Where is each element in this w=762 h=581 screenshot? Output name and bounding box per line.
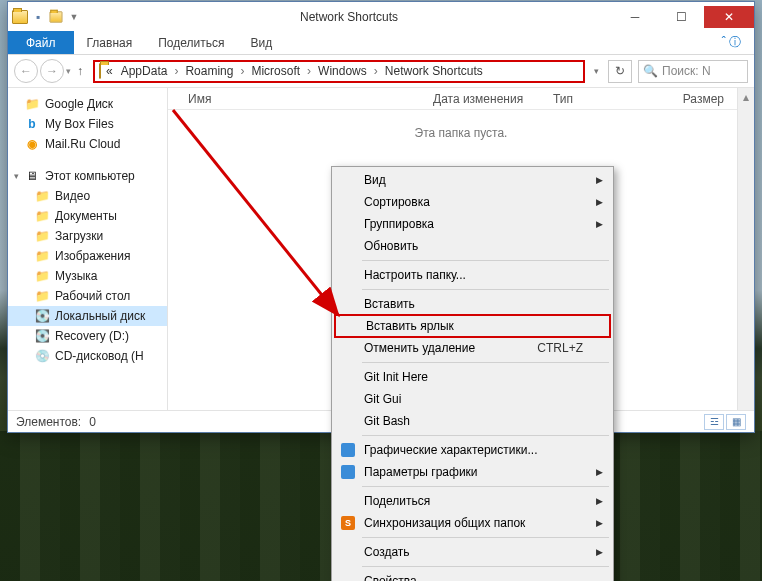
column-headers[interactable]: Имя Дата изменения Тип Размер [168,88,754,110]
tree-item[interactable]: 📁Рабочий стол [8,286,167,306]
ribbon-tab-home[interactable]: Главная [74,31,146,54]
scroll-up-icon[interactable]: ▴ [738,88,754,105]
context-menu-item[interactable]: Git Init Here [334,366,611,388]
context-menu-label: Группировка [364,217,434,231]
properties-icon[interactable]: ▪ [30,9,46,25]
window-title: Network Shortcuts [86,10,612,24]
context-menu-item[interactable]: Обновить [334,235,611,257]
tree-item[interactable]: 💿CD-дисковод (H [8,346,167,366]
column-date[interactable]: Дата изменения [433,92,553,106]
tree-item[interactable]: ◉Mail.Ru Cloud [8,134,167,154]
tree-item-icon: 📁 [34,228,50,244]
context-menu-label: Git Init Here [364,370,428,384]
tree-item[interactable]: bMy Box Files [8,114,167,134]
context-menu-separator [362,537,609,538]
search-input[interactable]: 🔍 Поиск: N [638,60,748,83]
navigation-tree[interactable]: 📁Google ДискbMy Box Files◉Mail.Ru Cloud … [8,88,168,410]
context-menu-item[interactable]: Поделиться [334,490,611,512]
refresh-button[interactable]: ↻ [608,60,632,83]
context-menu-label: Отменить удаление [364,341,475,355]
context-menu-label: Git Bash [364,414,410,428]
ribbon-tab-view[interactable]: Вид [237,31,285,54]
tree-label: Видео [55,189,90,203]
title-bar[interactable]: ▪ ▼ Network Shortcuts ─ ☐ ✕ [8,2,754,31]
breadcrumb[interactable]: Roaming [182,64,236,78]
chevron-right-icon[interactable]: › [305,64,313,78]
chevron-down-icon[interactable]: ▾ [14,171,19,181]
context-menu-item[interactable]: Сортировка [334,191,611,213]
address-dropdown-icon[interactable]: ▾ [591,66,602,76]
address-bar[interactable]: « AppData› Roaming› Microsoft› Windows› … [93,60,585,83]
tree-label: Google Диск [45,97,113,111]
context-menu-separator [362,289,609,290]
context-menu-item[interactable]: Вставить [334,293,611,315]
nav-history-dropdown[interactable]: ▾ [66,66,71,76]
context-menu-item[interactable]: Настроить папку... [334,264,611,286]
breadcrumb[interactable]: Windows [315,64,370,78]
context-menu-item[interactable]: Графические характеристики... [334,439,611,461]
tree-label: Локальный диск [55,309,145,323]
context-menu-item[interactable]: Git Gui [334,388,611,410]
column-type[interactable]: Тип [553,92,653,106]
context-menu-label: Вставить ярлык [366,319,454,333]
context-menu-item[interactable]: Отменить удалениеCTRL+Z [334,337,611,359]
chevron-right-icon[interactable]: › [372,64,380,78]
tree-item-icon: 📁 [24,96,40,112]
ribbon-help-icon[interactable]: ˆ ⓘ [709,31,754,54]
column-name[interactable]: Имя [188,92,433,106]
tree-item[interactable]: 📁Google Диск [8,94,167,114]
tree-item[interactable]: 💽Локальный диск [8,306,167,326]
context-menu-item[interactable]: Группировка [334,213,611,235]
context-menu-separator [362,566,609,567]
tree-item-icon: b [24,116,40,132]
close-button[interactable]: ✕ [704,6,754,28]
context-menu-item[interactable]: Свойства [334,570,611,581]
new-folder-icon[interactable] [48,9,64,25]
quick-access-toolbar: ▪ ▼ [8,9,86,25]
view-details-icon[interactable]: ☲ [704,414,724,430]
chevron-right-icon[interactable]: › [238,64,246,78]
nav-forward-button[interactable]: → [40,59,64,83]
context-menu-item[interactable]: Параметры графики [334,461,611,483]
nav-back-button[interactable]: ← [14,59,38,83]
tree-item[interactable]: 📁Видео [8,186,167,206]
context-menu-label: Сортировка [364,195,430,209]
context-menu-item[interactable]: SСинхронизация общих папок [334,512,611,534]
tree-label: Mail.Ru Cloud [45,137,120,151]
context-menu-item[interactable]: Создать [334,541,611,563]
ribbon-tab-file[interactable]: Файл [8,31,74,54]
view-large-icon[interactable]: ▦ [726,414,746,430]
breadcrumb[interactable]: AppData [118,64,171,78]
tree-item[interactable]: 📁Загрузки [8,226,167,246]
chevron-right-icon[interactable]: › [172,64,180,78]
context-menu-separator [362,435,609,436]
context-menu-item[interactable]: Вставить ярлык [334,314,611,338]
maximize-button[interactable]: ☐ [658,6,704,28]
breadcrumb[interactable]: Network Shortcuts [382,64,486,78]
tree-item-icon: 💽 [34,328,50,344]
tree-item-icon: 💽 [34,308,50,324]
context-menu-item[interactable]: Git Bash [334,410,611,432]
tree-item-icon: 📁 [34,288,50,304]
ribbon-tab-share[interactable]: Поделиться [145,31,237,54]
sync-icon: S [340,515,356,531]
tree-item[interactable]: 💽Recovery (D:) [8,326,167,346]
nav-up-button[interactable]: ↑ [73,64,87,78]
tree-item-icon: 📁 [34,188,50,204]
context-menu-item[interactable]: Вид [334,169,611,191]
tree-item[interactable]: 📁Музыка [8,266,167,286]
context-menu-label: Параметры графики [364,465,478,479]
tree-item[interactable]: 📁Изображения [8,246,167,266]
minimize-button[interactable]: ─ [612,6,658,28]
tree-item-computer[interactable]: ▾ 🖥 Этот компьютер [8,166,167,186]
intel-graphics-icon [340,442,356,458]
breadcrumb[interactable]: Microsoft [248,64,303,78]
vertical-scrollbar[interactable]: ▴ [737,88,754,410]
breadcrumb-prefix[interactable]: « [103,64,116,78]
context-menu-label: Поделиться [364,494,430,508]
qat-dropdown-icon[interactable]: ▼ [66,9,82,25]
status-elements-label: Элементов: [16,415,81,429]
tree-item[interactable]: 📁Документы [8,206,167,226]
context-menu-separator [362,486,609,487]
tree-item-icon: ◉ [24,136,40,152]
